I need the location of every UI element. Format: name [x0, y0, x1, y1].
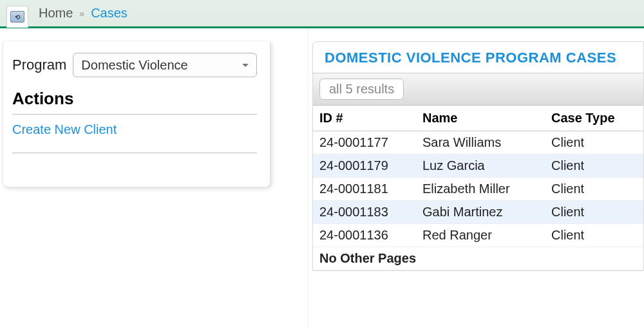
- case-type-cell: Client: [545, 178, 643, 201]
- results-count-button[interactable]: all 5 results: [319, 79, 404, 100]
- tab-title: DOMESTIC VIOLENCE PROGRAM CASES: [325, 50, 616, 66]
- chevron-down-icon: [242, 64, 249, 67]
- table-row: 24-0001183Gabi MartinezClient: [313, 201, 643, 224]
- program-selector-row: Program Domestic Violence: [12, 53, 257, 77]
- divider: [12, 153, 257, 153]
- case-type-cell: Client: [545, 224, 643, 247]
- case-name-link[interactable]: Gabi Martinez: [416, 201, 545, 224]
- breadcrumb-bar: ⟲ Home » Cases: [0, 0, 644, 28]
- results-toolbar: all 5 results: [313, 73, 643, 106]
- case-name-link[interactable]: Red Ranger: [416, 224, 545, 247]
- case-id-link[interactable]: 24-0001136: [313, 224, 416, 247]
- case-id-link[interactable]: 24-0001183: [313, 201, 416, 224]
- table-row: 24-0001177Sara WilliamsClient: [313, 131, 643, 154]
- case-type-cell: Client: [545, 154, 643, 178]
- actions-heading: Actions: [12, 89, 257, 109]
- cases-table: ID # Name Case Type 24-0001177Sara Willi…: [313, 106, 643, 270]
- program-select[interactable]: Domestic Violence: [73, 53, 257, 77]
- case-id-link[interactable]: 24-0001179: [313, 154, 416, 178]
- sidebar: Program Domestic Violence Actions Create…: [0, 28, 270, 327]
- case-name-link[interactable]: Luz Garcia: [416, 154, 545, 178]
- breadcrumb-separator: »: [79, 8, 84, 19]
- cases-card: DOMESTIC VIOLENCE PROGRAM CASES all 5 re…: [312, 41, 644, 271]
- case-id-link[interactable]: 24-0001177: [313, 131, 416, 154]
- divider: [12, 114, 257, 115]
- create-new-client-link[interactable]: Create New Client: [12, 122, 117, 137]
- breadcrumb-home-link[interactable]: Home: [39, 6, 73, 21]
- breadcrumb-cases-link[interactable]: Cases: [91, 6, 128, 21]
- main-panel: DOMESTIC VIOLENCE PROGRAM CASES all 5 re…: [308, 28, 644, 327]
- sidebar-card: Program Domestic Violence Actions Create…: [3, 41, 270, 187]
- case-type-cell: Client: [545, 131, 643, 154]
- pagination-footer: No Other Pages: [313, 247, 643, 270]
- table-row: 24-0001136Red RangerClient: [313, 224, 643, 247]
- case-id-link[interactable]: 24-0001181: [313, 178, 416, 201]
- col-header-id[interactable]: ID #: [313, 106, 416, 131]
- logo-tab[interactable]: ⟲: [6, 6, 28, 28]
- table-header-row: ID # Name Case Type: [313, 106, 643, 131]
- tab-header: DOMESTIC VIOLENCE PROGRAM CASES: [313, 42, 643, 73]
- col-header-casetype[interactable]: Case Type: [545, 106, 643, 131]
- table-row: 24-0001181Elizabeth MillerClient: [313, 178, 643, 201]
- breadcrumb: Home » Cases: [39, 6, 128, 21]
- logo-icon: ⟲: [10, 11, 24, 23]
- pagination-footer-text: No Other Pages: [313, 247, 643, 270]
- case-name-link[interactable]: Sara Williams: [416, 131, 545, 154]
- program-select-value: Domestic Violence: [81, 58, 187, 73]
- case-type-cell: Client: [545, 201, 643, 224]
- col-header-name[interactable]: Name: [416, 106, 545, 131]
- table-row: 24-0001179Luz GarciaClient: [313, 154, 643, 178]
- case-name-link[interactable]: Elizabeth Miller: [416, 178, 545, 201]
- program-label: Program: [12, 57, 66, 73]
